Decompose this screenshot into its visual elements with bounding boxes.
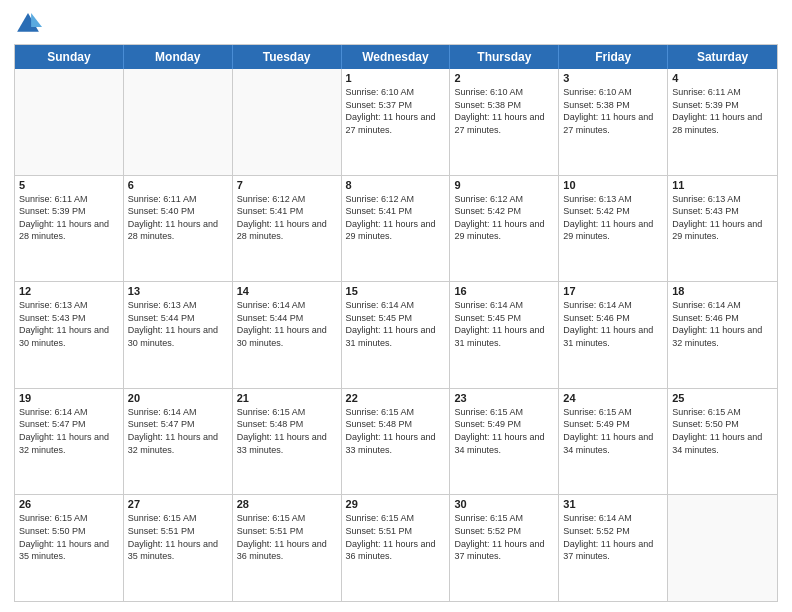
calendar-cell: 6Sunrise: 6:11 AM Sunset: 5:40 PM Daylig… — [124, 176, 233, 282]
day-number: 6 — [128, 179, 228, 191]
day-info: Sunrise: 6:14 AM Sunset: 5:46 PM Dayligh… — [563, 299, 663, 349]
calendar-cell: 11Sunrise: 6:13 AM Sunset: 5:43 PM Dayli… — [668, 176, 777, 282]
calendar-cell: 13Sunrise: 6:13 AM Sunset: 5:44 PM Dayli… — [124, 282, 233, 388]
day-number: 1 — [346, 72, 446, 84]
calendar-cell: 9Sunrise: 6:12 AM Sunset: 5:42 PM Daylig… — [450, 176, 559, 282]
day-number: 16 — [454, 285, 554, 297]
header-day-thursday: Thursday — [450, 45, 559, 69]
calendar-cell: 4Sunrise: 6:11 AM Sunset: 5:39 PM Daylig… — [668, 69, 777, 175]
calendar-cell: 8Sunrise: 6:12 AM Sunset: 5:41 PM Daylig… — [342, 176, 451, 282]
calendar-row-1: 5Sunrise: 6:11 AM Sunset: 5:39 PM Daylig… — [15, 176, 777, 283]
calendar-cell: 23Sunrise: 6:15 AM Sunset: 5:49 PM Dayli… — [450, 389, 559, 495]
calendar-cell: 26Sunrise: 6:15 AM Sunset: 5:50 PM Dayli… — [15, 495, 124, 601]
day-number: 12 — [19, 285, 119, 297]
day-number: 17 — [563, 285, 663, 297]
header — [14, 10, 778, 38]
logo-icon — [14, 10, 42, 38]
header-day-saturday: Saturday — [668, 45, 777, 69]
day-number: 30 — [454, 498, 554, 510]
day-info: Sunrise: 6:13 AM Sunset: 5:44 PM Dayligh… — [128, 299, 228, 349]
day-info: Sunrise: 6:15 AM Sunset: 5:48 PM Dayligh… — [237, 406, 337, 456]
header-day-monday: Monday — [124, 45, 233, 69]
day-number: 24 — [563, 392, 663, 404]
calendar-cell: 28Sunrise: 6:15 AM Sunset: 5:51 PM Dayli… — [233, 495, 342, 601]
day-number: 15 — [346, 285, 446, 297]
calendar-cell: 5Sunrise: 6:11 AM Sunset: 5:39 PM Daylig… — [15, 176, 124, 282]
header-day-friday: Friday — [559, 45, 668, 69]
day-info: Sunrise: 6:11 AM Sunset: 5:39 PM Dayligh… — [19, 193, 119, 243]
day-number: 22 — [346, 392, 446, 404]
day-info: Sunrise: 6:15 AM Sunset: 5:51 PM Dayligh… — [346, 512, 446, 562]
day-info: Sunrise: 6:14 AM Sunset: 5:47 PM Dayligh… — [19, 406, 119, 456]
day-info: Sunrise: 6:14 AM Sunset: 5:46 PM Dayligh… — [672, 299, 773, 349]
calendar-cell — [124, 69, 233, 175]
day-info: Sunrise: 6:14 AM Sunset: 5:45 PM Dayligh… — [454, 299, 554, 349]
day-info: Sunrise: 6:10 AM Sunset: 5:37 PM Dayligh… — [346, 86, 446, 136]
day-info: Sunrise: 6:13 AM Sunset: 5:43 PM Dayligh… — [672, 193, 773, 243]
calendar-cell: 12Sunrise: 6:13 AM Sunset: 5:43 PM Dayli… — [15, 282, 124, 388]
day-number: 13 — [128, 285, 228, 297]
calendar-cell: 31Sunrise: 6:14 AM Sunset: 5:52 PM Dayli… — [559, 495, 668, 601]
calendar-body: 1Sunrise: 6:10 AM Sunset: 5:37 PM Daylig… — [15, 69, 777, 601]
day-info: Sunrise: 6:11 AM Sunset: 5:39 PM Dayligh… — [672, 86, 773, 136]
day-number: 14 — [237, 285, 337, 297]
day-number: 9 — [454, 179, 554, 191]
svg-marker-1 — [31, 13, 42, 27]
day-number: 4 — [672, 72, 773, 84]
calendar-cell: 14Sunrise: 6:14 AM Sunset: 5:44 PM Dayli… — [233, 282, 342, 388]
calendar-cell: 29Sunrise: 6:15 AM Sunset: 5:51 PM Dayli… — [342, 495, 451, 601]
calendar-cell: 7Sunrise: 6:12 AM Sunset: 5:41 PM Daylig… — [233, 176, 342, 282]
day-number: 18 — [672, 285, 773, 297]
calendar-cell: 24Sunrise: 6:15 AM Sunset: 5:49 PM Dayli… — [559, 389, 668, 495]
calendar-header: SundayMondayTuesdayWednesdayThursdayFrid… — [15, 45, 777, 69]
day-info: Sunrise: 6:15 AM Sunset: 5:51 PM Dayligh… — [128, 512, 228, 562]
calendar-cell: 15Sunrise: 6:14 AM Sunset: 5:45 PM Dayli… — [342, 282, 451, 388]
calendar-cell: 22Sunrise: 6:15 AM Sunset: 5:48 PM Dayli… — [342, 389, 451, 495]
day-info: Sunrise: 6:15 AM Sunset: 5:50 PM Dayligh… — [672, 406, 773, 456]
logo — [14, 10, 46, 38]
day-number: 26 — [19, 498, 119, 510]
day-info: Sunrise: 6:15 AM Sunset: 5:52 PM Dayligh… — [454, 512, 554, 562]
day-info: Sunrise: 6:14 AM Sunset: 5:45 PM Dayligh… — [346, 299, 446, 349]
day-info: Sunrise: 6:15 AM Sunset: 5:50 PM Dayligh… — [19, 512, 119, 562]
day-info: Sunrise: 6:12 AM Sunset: 5:41 PM Dayligh… — [346, 193, 446, 243]
header-day-wednesday: Wednesday — [342, 45, 451, 69]
day-info: Sunrise: 6:13 AM Sunset: 5:42 PM Dayligh… — [563, 193, 663, 243]
day-number: 7 — [237, 179, 337, 191]
calendar-cell — [233, 69, 342, 175]
header-day-sunday: Sunday — [15, 45, 124, 69]
page: SundayMondayTuesdayWednesdayThursdayFrid… — [0, 0, 792, 612]
calendar-cell: 20Sunrise: 6:14 AM Sunset: 5:47 PM Dayli… — [124, 389, 233, 495]
day-info: Sunrise: 6:10 AM Sunset: 5:38 PM Dayligh… — [563, 86, 663, 136]
calendar-cell — [15, 69, 124, 175]
day-number: 25 — [672, 392, 773, 404]
calendar-cell: 27Sunrise: 6:15 AM Sunset: 5:51 PM Dayli… — [124, 495, 233, 601]
day-info: Sunrise: 6:15 AM Sunset: 5:49 PM Dayligh… — [454, 406, 554, 456]
calendar-cell — [668, 495, 777, 601]
calendar: SundayMondayTuesdayWednesdayThursdayFrid… — [14, 44, 778, 602]
day-number: 19 — [19, 392, 119, 404]
day-number: 27 — [128, 498, 228, 510]
day-number: 23 — [454, 392, 554, 404]
day-info: Sunrise: 6:15 AM Sunset: 5:48 PM Dayligh… — [346, 406, 446, 456]
day-info: Sunrise: 6:14 AM Sunset: 5:47 PM Dayligh… — [128, 406, 228, 456]
day-number: 11 — [672, 179, 773, 191]
day-info: Sunrise: 6:13 AM Sunset: 5:43 PM Dayligh… — [19, 299, 119, 349]
day-info: Sunrise: 6:14 AM Sunset: 5:52 PM Dayligh… — [563, 512, 663, 562]
day-number: 31 — [563, 498, 663, 510]
calendar-cell: 18Sunrise: 6:14 AM Sunset: 5:46 PM Dayli… — [668, 282, 777, 388]
day-number: 10 — [563, 179, 663, 191]
calendar-cell: 17Sunrise: 6:14 AM Sunset: 5:46 PM Dayli… — [559, 282, 668, 388]
calendar-cell: 10Sunrise: 6:13 AM Sunset: 5:42 PM Dayli… — [559, 176, 668, 282]
calendar-cell: 16Sunrise: 6:14 AM Sunset: 5:45 PM Dayli… — [450, 282, 559, 388]
day-number: 3 — [563, 72, 663, 84]
calendar-row-2: 12Sunrise: 6:13 AM Sunset: 5:43 PM Dayli… — [15, 282, 777, 389]
day-info: Sunrise: 6:10 AM Sunset: 5:38 PM Dayligh… — [454, 86, 554, 136]
day-info: Sunrise: 6:11 AM Sunset: 5:40 PM Dayligh… — [128, 193, 228, 243]
day-info: Sunrise: 6:14 AM Sunset: 5:44 PM Dayligh… — [237, 299, 337, 349]
calendar-row-4: 26Sunrise: 6:15 AM Sunset: 5:50 PM Dayli… — [15, 495, 777, 601]
calendar-row-3: 19Sunrise: 6:14 AM Sunset: 5:47 PM Dayli… — [15, 389, 777, 496]
day-info: Sunrise: 6:12 AM Sunset: 5:42 PM Dayligh… — [454, 193, 554, 243]
day-number: 2 — [454, 72, 554, 84]
header-day-tuesday: Tuesday — [233, 45, 342, 69]
